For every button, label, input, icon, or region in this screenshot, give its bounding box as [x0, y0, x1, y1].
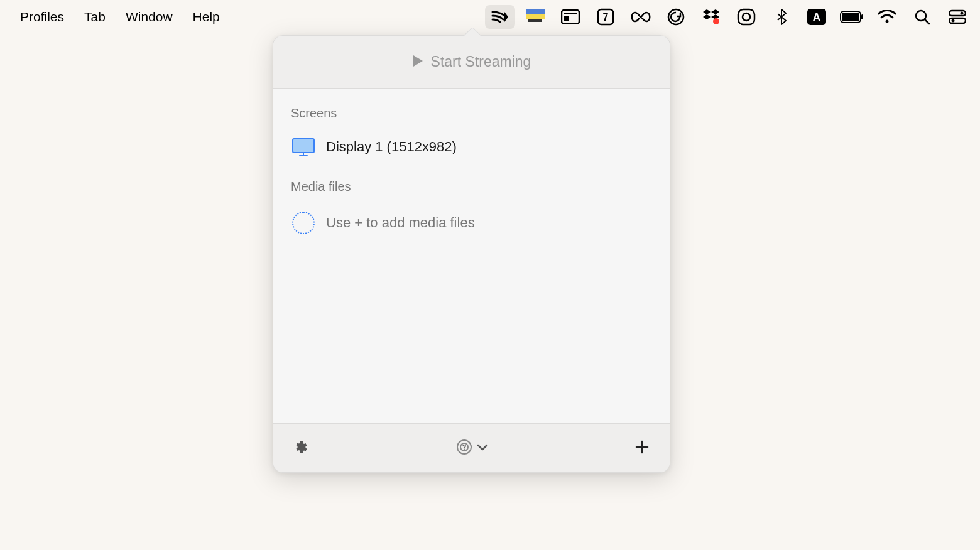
menubar-right: 7 A: [485, 5, 980, 29]
add-button[interactable]: [631, 437, 653, 460]
svg-rect-15: [842, 13, 859, 21]
menubar: Profiles Tab Window Help 7: [0, 0, 980, 33]
svg-rect-5: [564, 13, 577, 14]
popover-footer: ?: [273, 423, 670, 472]
gear-icon: [293, 439, 308, 457]
svg-rect-24: [293, 139, 314, 153]
screens-label: Screens: [291, 106, 652, 121]
svg-text:7: 7: [603, 12, 609, 23]
search-icon[interactable]: [907, 5, 937, 29]
popover-arrow: [463, 28, 481, 36]
svg-point-21: [961, 11, 964, 14]
monitor-icon: [292, 138, 315, 156]
start-streaming-label: Start Streaming: [431, 53, 531, 70]
cast-icon[interactable]: [485, 5, 515, 29]
target-help-icon: ?: [455, 438, 473, 458]
menu-profiles[interactable]: Profiles: [10, 6, 74, 28]
svg-rect-16: [861, 14, 863, 19]
media-placeholder-item: Use + to add media files: [291, 205, 652, 240]
target-dropdown[interactable]: ?: [455, 438, 488, 458]
menubar-left: Profiles Tab Window Help: [0, 6, 230, 28]
svg-line-19: [925, 19, 929, 24]
infinity-icon[interactable]: [626, 5, 656, 29]
svg-point-23: [952, 19, 955, 22]
menu-help[interactable]: Help: [183, 6, 230, 28]
screen-item-label: Display 1 (1512x982): [326, 139, 457, 155]
svg-rect-4: [564, 16, 569, 21]
calendar-7-icon[interactable]: 7: [591, 5, 621, 29]
svg-point-9: [713, 18, 719, 24]
dotted-circle-icon: [292, 212, 315, 234]
screen-item-display1[interactable]: Display 1 (1512x982): [291, 132, 652, 162]
popover-body: Screens Display 1 (1512x982) Media files…: [273, 89, 670, 423]
menu-tab[interactable]: Tab: [74, 6, 116, 28]
svg-rect-2: [528, 19, 542, 22]
svg-rect-0: [526, 9, 545, 14]
flag-icon[interactable]: [520, 5, 550, 29]
svg-point-11: [743, 13, 750, 21]
wifi-icon[interactable]: [872, 5, 902, 29]
start-streaming-button[interactable]: Start Streaming: [273, 36, 670, 89]
svg-text:?: ?: [462, 443, 466, 451]
streaming-popover: Start Streaming Screens Display 1 (1512x…: [273, 35, 670, 473]
svg-point-17: [886, 19, 889, 23]
app-window-icon[interactable]: [555, 5, 585, 29]
media-files-label: Media files: [291, 180, 652, 194]
record-icon[interactable]: [731, 5, 761, 29]
plus-icon: [634, 439, 650, 457]
settings-button[interactable]: [290, 437, 312, 460]
bluetooth-icon[interactable]: [766, 5, 797, 29]
popover-panel: Start Streaming Screens Display 1 (1512x…: [273, 35, 670, 473]
play-icon: [412, 55, 423, 70]
dropbox-icon[interactable]: [696, 5, 726, 29]
control-center-icon[interactable]: [942, 5, 972, 29]
svg-rect-10: [738, 9, 754, 24]
grammarly-icon[interactable]: [661, 5, 691, 29]
battery-icon[interactable]: [837, 5, 867, 29]
svg-text:A: A: [813, 11, 820, 23]
menu-window[interactable]: Window: [116, 6, 183, 28]
input-a-icon[interactable]: A: [802, 5, 832, 29]
media-placeholder-text: Use + to add media files: [326, 215, 475, 231]
chevron-down-icon: [477, 443, 488, 454]
svg-rect-1: [526, 14, 545, 19]
